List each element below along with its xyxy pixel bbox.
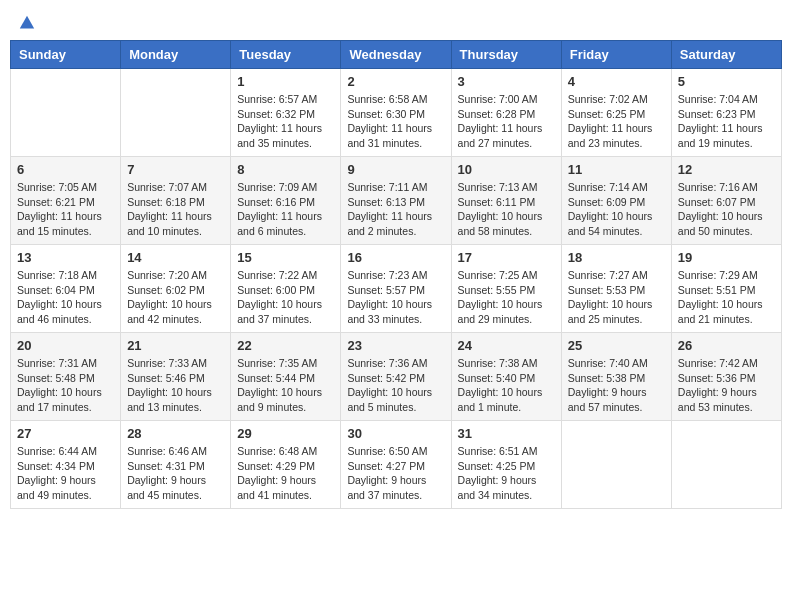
calendar-cell: 9Sunrise: 7:11 AM Sunset: 6:13 PM Daylig…	[341, 157, 451, 245]
calendar-cell: 24Sunrise: 7:38 AM Sunset: 5:40 PM Dayli…	[451, 333, 561, 421]
calendar-week-row: 1Sunrise: 6:57 AM Sunset: 6:32 PM Daylig…	[11, 69, 782, 157]
calendar-cell: 14Sunrise: 7:20 AM Sunset: 6:02 PM Dayli…	[121, 245, 231, 333]
day-number: 10	[458, 162, 555, 177]
column-header-tuesday: Tuesday	[231, 41, 341, 69]
cell-content: Sunrise: 7:16 AM Sunset: 6:07 PM Dayligh…	[678, 180, 775, 239]
day-number: 14	[127, 250, 224, 265]
day-number: 25	[568, 338, 665, 353]
day-number: 19	[678, 250, 775, 265]
day-number: 27	[17, 426, 114, 441]
cell-content: Sunrise: 7:11 AM Sunset: 6:13 PM Dayligh…	[347, 180, 444, 239]
day-number: 31	[458, 426, 555, 441]
calendar-cell: 2Sunrise: 6:58 AM Sunset: 6:30 PM Daylig…	[341, 69, 451, 157]
calendar-cell: 18Sunrise: 7:27 AM Sunset: 5:53 PM Dayli…	[561, 245, 671, 333]
column-header-monday: Monday	[121, 41, 231, 69]
calendar-cell: 8Sunrise: 7:09 AM Sunset: 6:16 PM Daylig…	[231, 157, 341, 245]
calendar-cell: 7Sunrise: 7:07 AM Sunset: 6:18 PM Daylig…	[121, 157, 231, 245]
logo-icon	[18, 14, 36, 32]
logo	[16, 14, 36, 28]
day-number: 8	[237, 162, 334, 177]
calendar-cell: 16Sunrise: 7:23 AM Sunset: 5:57 PM Dayli…	[341, 245, 451, 333]
calendar-cell: 4Sunrise: 7:02 AM Sunset: 6:25 PM Daylig…	[561, 69, 671, 157]
cell-content: Sunrise: 7:14 AM Sunset: 6:09 PM Dayligh…	[568, 180, 665, 239]
calendar-cell	[671, 421, 781, 509]
day-number: 18	[568, 250, 665, 265]
calendar-cell: 22Sunrise: 7:35 AM Sunset: 5:44 PM Dayli…	[231, 333, 341, 421]
calendar-cell: 27Sunrise: 6:44 AM Sunset: 4:34 PM Dayli…	[11, 421, 121, 509]
calendar-week-row: 27Sunrise: 6:44 AM Sunset: 4:34 PM Dayli…	[11, 421, 782, 509]
day-number: 29	[237, 426, 334, 441]
calendar-cell: 19Sunrise: 7:29 AM Sunset: 5:51 PM Dayli…	[671, 245, 781, 333]
day-number: 7	[127, 162, 224, 177]
day-number: 20	[17, 338, 114, 353]
day-number: 26	[678, 338, 775, 353]
calendar-table: SundayMondayTuesdayWednesdayThursdayFrid…	[10, 40, 782, 509]
calendar-header-row: SundayMondayTuesdayWednesdayThursdayFrid…	[11, 41, 782, 69]
calendar-cell: 23Sunrise: 7:36 AM Sunset: 5:42 PM Dayli…	[341, 333, 451, 421]
day-number: 15	[237, 250, 334, 265]
cell-content: Sunrise: 7:22 AM Sunset: 6:00 PM Dayligh…	[237, 268, 334, 327]
calendar-week-row: 6Sunrise: 7:05 AM Sunset: 6:21 PM Daylig…	[11, 157, 782, 245]
cell-content: Sunrise: 7:20 AM Sunset: 6:02 PM Dayligh…	[127, 268, 224, 327]
calendar-cell: 17Sunrise: 7:25 AM Sunset: 5:55 PM Dayli…	[451, 245, 561, 333]
cell-content: Sunrise: 6:50 AM Sunset: 4:27 PM Dayligh…	[347, 444, 444, 503]
cell-content: Sunrise: 7:23 AM Sunset: 5:57 PM Dayligh…	[347, 268, 444, 327]
calendar-week-row: 13Sunrise: 7:18 AM Sunset: 6:04 PM Dayli…	[11, 245, 782, 333]
cell-content: Sunrise: 7:42 AM Sunset: 5:36 PM Dayligh…	[678, 356, 775, 415]
day-number: 12	[678, 162, 775, 177]
cell-content: Sunrise: 6:46 AM Sunset: 4:31 PM Dayligh…	[127, 444, 224, 503]
calendar-cell: 28Sunrise: 6:46 AM Sunset: 4:31 PM Dayli…	[121, 421, 231, 509]
calendar-cell: 1Sunrise: 6:57 AM Sunset: 6:32 PM Daylig…	[231, 69, 341, 157]
calendar-cell	[121, 69, 231, 157]
cell-content: Sunrise: 6:51 AM Sunset: 4:25 PM Dayligh…	[458, 444, 555, 503]
calendar-cell: 13Sunrise: 7:18 AM Sunset: 6:04 PM Dayli…	[11, 245, 121, 333]
cell-content: Sunrise: 7:04 AM Sunset: 6:23 PM Dayligh…	[678, 92, 775, 151]
day-number: 17	[458, 250, 555, 265]
cell-content: Sunrise: 7:31 AM Sunset: 5:48 PM Dayligh…	[17, 356, 114, 415]
day-number: 2	[347, 74, 444, 89]
day-number: 13	[17, 250, 114, 265]
calendar-cell: 21Sunrise: 7:33 AM Sunset: 5:46 PM Dayli…	[121, 333, 231, 421]
cell-content: Sunrise: 7:00 AM Sunset: 6:28 PM Dayligh…	[458, 92, 555, 151]
cell-content: Sunrise: 7:33 AM Sunset: 5:46 PM Dayligh…	[127, 356, 224, 415]
column-header-friday: Friday	[561, 41, 671, 69]
calendar-cell: 11Sunrise: 7:14 AM Sunset: 6:09 PM Dayli…	[561, 157, 671, 245]
cell-content: Sunrise: 7:02 AM Sunset: 6:25 PM Dayligh…	[568, 92, 665, 151]
cell-content: Sunrise: 6:44 AM Sunset: 4:34 PM Dayligh…	[17, 444, 114, 503]
calendar-cell: 20Sunrise: 7:31 AM Sunset: 5:48 PM Dayli…	[11, 333, 121, 421]
calendar-cell: 12Sunrise: 7:16 AM Sunset: 6:07 PM Dayli…	[671, 157, 781, 245]
day-number: 24	[458, 338, 555, 353]
calendar-cell: 30Sunrise: 6:50 AM Sunset: 4:27 PM Dayli…	[341, 421, 451, 509]
column-header-thursday: Thursday	[451, 41, 561, 69]
day-number: 16	[347, 250, 444, 265]
day-number: 21	[127, 338, 224, 353]
cell-content: Sunrise: 6:57 AM Sunset: 6:32 PM Dayligh…	[237, 92, 334, 151]
calendar-cell: 29Sunrise: 6:48 AM Sunset: 4:29 PM Dayli…	[231, 421, 341, 509]
cell-content: Sunrise: 7:38 AM Sunset: 5:40 PM Dayligh…	[458, 356, 555, 415]
cell-content: Sunrise: 7:36 AM Sunset: 5:42 PM Dayligh…	[347, 356, 444, 415]
calendar-cell: 25Sunrise: 7:40 AM Sunset: 5:38 PM Dayli…	[561, 333, 671, 421]
day-number: 11	[568, 162, 665, 177]
cell-content: Sunrise: 7:13 AM Sunset: 6:11 PM Dayligh…	[458, 180, 555, 239]
day-number: 9	[347, 162, 444, 177]
day-number: 3	[458, 74, 555, 89]
calendar-cell: 5Sunrise: 7:04 AM Sunset: 6:23 PM Daylig…	[671, 69, 781, 157]
calendar-cell: 15Sunrise: 7:22 AM Sunset: 6:00 PM Dayli…	[231, 245, 341, 333]
cell-content: Sunrise: 7:25 AM Sunset: 5:55 PM Dayligh…	[458, 268, 555, 327]
cell-content: Sunrise: 6:58 AM Sunset: 6:30 PM Dayligh…	[347, 92, 444, 151]
cell-content: Sunrise: 7:27 AM Sunset: 5:53 PM Dayligh…	[568, 268, 665, 327]
day-number: 6	[17, 162, 114, 177]
cell-content: Sunrise: 7:09 AM Sunset: 6:16 PM Dayligh…	[237, 180, 334, 239]
day-number: 30	[347, 426, 444, 441]
cell-content: Sunrise: 7:35 AM Sunset: 5:44 PM Dayligh…	[237, 356, 334, 415]
day-number: 28	[127, 426, 224, 441]
calendar-cell: 3Sunrise: 7:00 AM Sunset: 6:28 PM Daylig…	[451, 69, 561, 157]
day-number: 23	[347, 338, 444, 353]
day-number: 4	[568, 74, 665, 89]
calendar-cell: 31Sunrise: 6:51 AM Sunset: 4:25 PM Dayli…	[451, 421, 561, 509]
day-number: 1	[237, 74, 334, 89]
cell-content: Sunrise: 7:18 AM Sunset: 6:04 PM Dayligh…	[17, 268, 114, 327]
calendar-week-row: 20Sunrise: 7:31 AM Sunset: 5:48 PM Dayli…	[11, 333, 782, 421]
cell-content: Sunrise: 7:05 AM Sunset: 6:21 PM Dayligh…	[17, 180, 114, 239]
svg-marker-0	[20, 16, 34, 29]
